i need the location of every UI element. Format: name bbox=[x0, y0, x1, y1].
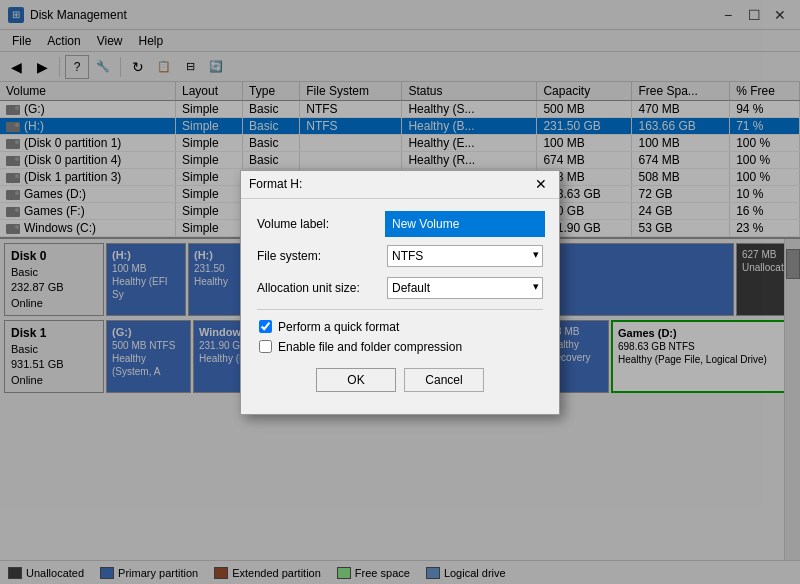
filesystem-control: NTFS FAT32 exFAT bbox=[387, 245, 543, 267]
quick-format-checkbox[interactable] bbox=[259, 320, 272, 333]
volume-label-row: Volume label: bbox=[257, 213, 543, 235]
modal-buttons: OK Cancel bbox=[257, 360, 543, 404]
cancel-button[interactable]: Cancel bbox=[404, 368, 484, 392]
filesystem-row: File system: NTFS FAT32 exFAT bbox=[257, 245, 543, 267]
allocation-label-text: Allocation unit size: bbox=[257, 281, 387, 295]
modal-overlay: Format H: ✕ Volume label: File system: N… bbox=[0, 0, 800, 584]
quick-format-row: Perform a quick format bbox=[257, 320, 543, 334]
volume-label-text: Volume label: bbox=[257, 217, 387, 231]
allocation-row: Allocation unit size: Default 512 1024 2… bbox=[257, 277, 543, 299]
volume-label-input[interactable] bbox=[387, 213, 543, 235]
modal-title: Format H: bbox=[249, 177, 302, 191]
compression-label[interactable]: Enable file and folder compression bbox=[278, 340, 462, 354]
compression-checkbox[interactable] bbox=[259, 340, 272, 353]
allocation-select[interactable]: Default 512 1024 2048 4096 bbox=[387, 277, 543, 299]
volume-label-control bbox=[387, 213, 543, 235]
modal-body: Volume label: File system: NTFS FAT32 ex… bbox=[241, 199, 559, 414]
quick-format-label[interactable]: Perform a quick format bbox=[278, 320, 399, 334]
ok-button[interactable]: OK bbox=[316, 368, 396, 392]
filesystem-select[interactable]: NTFS FAT32 exFAT bbox=[387, 245, 543, 267]
compression-row: Enable file and folder compression bbox=[257, 340, 543, 354]
modal-close-button[interactable]: ✕ bbox=[531, 175, 551, 193]
allocation-control: Default 512 1024 2048 4096 bbox=[387, 277, 543, 299]
modal-title-bar: Format H: ✕ bbox=[241, 171, 559, 199]
format-dialog: Format H: ✕ Volume label: File system: N… bbox=[240, 170, 560, 415]
filesystem-label-text: File system: bbox=[257, 249, 387, 263]
